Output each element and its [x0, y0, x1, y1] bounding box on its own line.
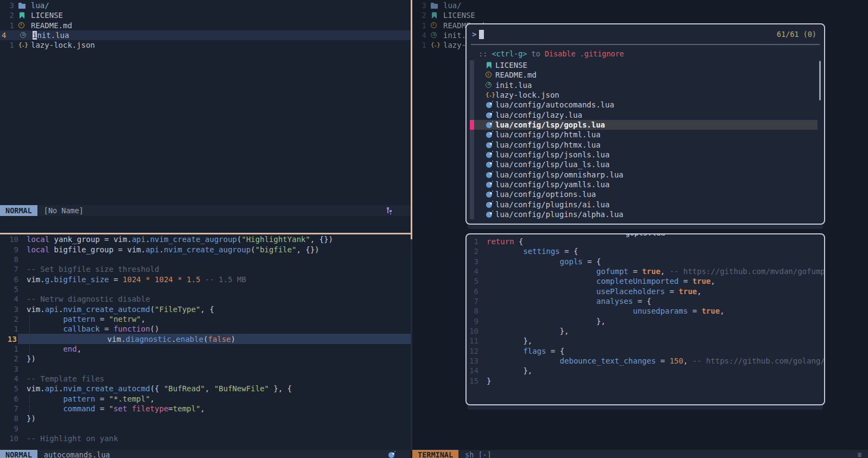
code-line[interactable]: 4-- Netrw diagnostic disable [0, 294, 411, 304]
code-line[interactable]: 3vim.api.nvim_create_autocmd("FileType",… [0, 304, 411, 314]
file-name: lua/config/plugins/alpha.lua [495, 210, 623, 219]
line-number: 9 [0, 245, 18, 254]
lua-icon [486, 181, 493, 188]
fzf-prompt-row[interactable]: > [472, 29, 484, 40]
line-number: 9 [0, 424, 18, 433]
preview-code-line: 2 settings = { [467, 246, 824, 256]
line-number: 7 [467, 297, 478, 306]
code-line[interactable]: 6 pattern = "*.templ", [0, 394, 411, 404]
fzf-result[interactable]: lua/config/lsp/yamlls.lua [467, 180, 824, 189]
line-number: 4 [0, 31, 16, 40]
fzf-pointer [470, 170, 474, 180]
explorer-file-row[interactable]: 3lua/ [0, 1, 411, 10]
fzf-result[interactable]: lua/config/plugins/alpha.lua [467, 209, 824, 219]
preview-code-line: 14 }, [467, 366, 824, 376]
file-name: lua/ [31, 1, 49, 10]
line-number: 4 [0, 374, 18, 383]
fzf-pointer [470, 80, 474, 90]
fzf-result[interactable]: lua/config/lsp/lua_ls.lua [467, 160, 824, 169]
fzf-pointer [470, 209, 474, 219]
fzf-result[interactable]: lua/config/lazy.lua [467, 110, 824, 120]
explorer-file-row[interactable]: 1lazy-lock.json [0, 40, 411, 50]
explorer-file-row[interactable]: 2LICENSE [412, 10, 868, 20]
lua-icon [486, 201, 493, 208]
code-line[interactable]: 9 [0, 424, 411, 434]
indent-guide [29, 334, 30, 343]
fzf-pointer [470, 90, 474, 100]
fzf-pointer [470, 140, 474, 150]
fzf-result[interactable]: README.md [467, 70, 824, 80]
code-line[interactable]: 8 [0, 255, 411, 264]
line-number: 2 [412, 11, 426, 20]
fzf-result[interactable]: lua/config/autocomands.lua [467, 100, 824, 110]
code-line[interactable]: 9local bigfile_group = vim.api.nvim_crea… [0, 244, 411, 254]
code-line[interactable]: 2 pattern = "netrw", [0, 314, 411, 324]
preview-code-line: 11 }, [467, 336, 824, 346]
mode-badge: TERMINAL [412, 450, 458, 458]
fzf-pointer [470, 120, 474, 130]
window-separator-horizontal[interactable] [0, 233, 411, 234]
fzf-result-selected[interactable]: lua/config/lsp/gopls.lua [467, 120, 824, 130]
window-separator[interactable] [411, 239, 412, 450]
window-separator-active[interactable] [411, 0, 412, 239]
file-name: lua/config/options.lua [495, 190, 596, 199]
code-line[interactable]: 3 [0, 364, 411, 373]
explorer-file-row[interactable]: 4init.lua [0, 30, 411, 40]
line-number: 2 [0, 354, 18, 363]
code-line[interactable]: 4-- Template files [0, 374, 411, 384]
fzf-result[interactable]: LICENSE [467, 60, 824, 70]
code-line[interactable]: 1 callback = function() [0, 324, 411, 334]
line-number: 2 [467, 247, 478, 256]
preview-code-line: 5 completeUnimported = true, [467, 276, 824, 286]
fzf-result[interactable]: lua/config/lsp/html.lua [467, 130, 824, 139]
license-icon [18, 11, 26, 19]
lua-icon [486, 171, 493, 179]
readme-icon [18, 22, 26, 29]
fzf-result[interactable]: lua/config/lsp/omnisharp.lua [467, 170, 824, 180]
line-number: 3 [467, 257, 478, 266]
init-lua-icon [20, 31, 28, 39]
preview-code-line: 3 gopls = { [467, 257, 824, 266]
fzf-separator [471, 44, 820, 45]
code-line[interactable]: 5vim.api.nvim_create_autocmd({ "BufRead"… [0, 384, 411, 393]
code-line-current[interactable]: 13 vim.diagnostic.enable(false) [0, 334, 411, 344]
line-number: 12 [467, 347, 478, 355]
line-number: 1 [0, 41, 14, 49]
preview-code-line: 9 }, [467, 316, 824, 326]
fzf-scrollbar[interactable] [819, 61, 821, 100]
json-icon [18, 41, 26, 49]
line-number: 5 [0, 384, 18, 393]
explorer-file-row[interactable]: 2LICENSE [0, 10, 411, 20]
folder-icon [431, 2, 438, 9]
code-line[interactable]: 2}) [0, 354, 411, 364]
explorer-file-row[interactable]: 1README.md [0, 21, 411, 30]
code-line[interactable]: 5 [0, 284, 411, 294]
fzf-result[interactable]: lua/config/lsp/jsonls.lua [467, 150, 824, 160]
line-number: 6 [0, 395, 18, 403]
line-number: 3 [0, 305, 18, 314]
fzf-result[interactable]: lazy-lock.json [467, 90, 824, 100]
code-line[interactable]: 8}) [0, 414, 411, 423]
fzf-result[interactable]: lua/config/lsp/htmx.lua [467, 140, 824, 150]
fzf-result[interactable]: init.lua [467, 80, 824, 90]
fzf-result[interactable]: lua/config/plugins/ai.lua [467, 200, 824, 209]
fzf-result[interactable]: lua/config/options.lua [467, 189, 824, 199]
code-line[interactable]: 10local yank_group = vim.api.nvim_create… [0, 234, 411, 244]
line-number: 5 [0, 285, 18, 294]
code-line[interactable]: 7 command = "set filetype=templ", [0, 404, 411, 414]
line-number: 11 [467, 336, 478, 345]
line-number: 1 [0, 325, 18, 333]
line-number: 8 [467, 307, 478, 315]
line-number: 5 [467, 277, 478, 285]
explorer-file-row[interactable]: 3lua/ [412, 1, 868, 10]
code-line[interactable]: 7-- Set bigfile size threshold [0, 264, 411, 274]
code-line[interactable]: 1 end, [0, 344, 411, 354]
fzf-pointer [470, 100, 474, 110]
lua-icon [486, 101, 493, 109]
line-number: 13 [0, 335, 26, 344]
file-name: lua/config/autocomands.lua [495, 100, 614, 109]
code-line[interactable]: 6vim.g.bigfile_size = 1024 * 1024 * 1.5 … [0, 274, 411, 284]
line-number: 3 [412, 1, 426, 10]
code-line[interactable]: 10-- Highlight on yank [0, 434, 411, 443]
line-number: 2 [0, 315, 18, 323]
